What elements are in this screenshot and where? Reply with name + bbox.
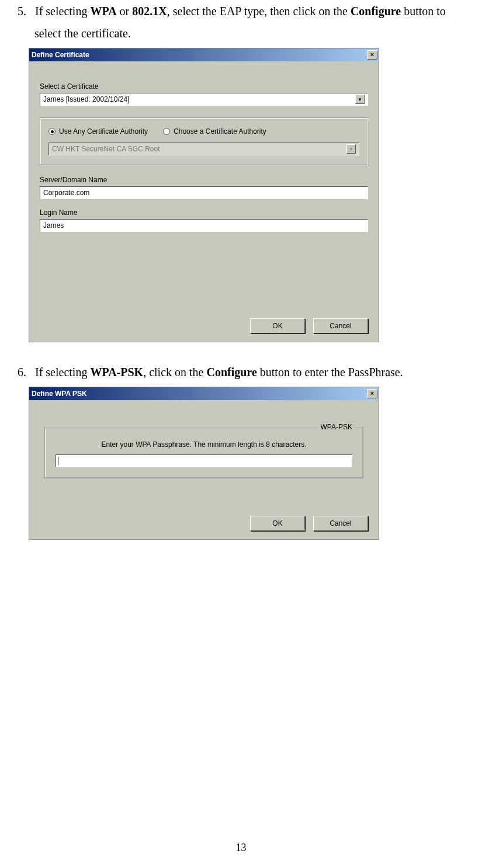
ca-groupbox: Use Any Certificate Authority Choose a C…	[40, 117, 368, 165]
login-value: James	[43, 221, 64, 230]
step5-wpa: WPA	[90, 5, 116, 18]
step5-or: or	[117, 5, 133, 18]
dialog-body: WPA-PSK Enter your WPA Passphrase. The m…	[29, 400, 379, 539]
radio2-label: Choose a Certificate Authority	[174, 127, 266, 136]
server-value: Corporate.com	[43, 189, 89, 197]
cancel-button[interactable]: Cancel	[313, 318, 368, 334]
close-button[interactable]: ×	[367, 389, 377, 398]
server-input[interactable]: Corporate.com	[40, 186, 368, 199]
page-number: 13	[0, 842, 482, 854]
chevron-down-icon[interactable]: ▼	[355, 95, 365, 104]
radio-circle-icon	[48, 128, 56, 135]
button-row: OK Cancel	[40, 318, 368, 334]
select-cert-dropdown[interactable]: James [Issued: 2002/10/24] ▼	[40, 93, 368, 106]
select-cert-label: Select a Certificate	[40, 82, 368, 91]
button-row: OK Cancel	[40, 516, 368, 531]
titlebar-text: Define Certificate	[32, 51, 89, 59]
titlebar-text: Define WPA PSK	[32, 390, 87, 398]
psk-groupbox: WPA-PSK Enter your WPA Passphrase. The m…	[44, 427, 363, 478]
text-cursor-icon	[58, 457, 58, 465]
step5-dot1x: 802.1X	[132, 5, 167, 18]
titlebar: Define Certificate ×	[29, 48, 379, 61]
step5-configure: Configure	[351, 5, 401, 18]
define-certificate-dialog: Define Certificate × Select a Certificat…	[29, 48, 379, 342]
close-button[interactable]: ×	[367, 50, 377, 60]
psk-legend: WPA-PSK	[317, 423, 356, 431]
ok-button[interactable]: OK	[250, 516, 305, 531]
radio-circle-icon	[163, 128, 170, 135]
titlebar: Define WPA PSK ×	[29, 387, 379, 400]
step6-post: button to enter the PassPhrase.	[257, 366, 403, 379]
step6-mid: , click on the	[143, 366, 206, 379]
ca-radio-row: Use Any Certificate Authority Choose a C…	[48, 127, 359, 136]
ca-value: CW HKT SecureNet CA SGC Root	[52, 145, 160, 153]
dialog-body: Select a Certificate James [Issued: 2002…	[29, 61, 379, 342]
step5-text: 5. If selecting WPA or 802.1X, select th…	[29, 0, 470, 44]
radio1-label: Use Any Certificate Authority	[59, 127, 148, 136]
cancel-button[interactable]: Cancel	[313, 516, 368, 531]
step6-wpapsk: WPA-PSK	[90, 366, 143, 379]
step5-num: 5.	[18, 5, 26, 18]
login-input[interactable]: James	[40, 219, 368, 232]
ok-button[interactable]: OK	[250, 318, 305, 334]
psk-instruction: Enter your WPA Passphrase. The minimum l…	[56, 440, 352, 449]
login-label: Login Name	[40, 209, 368, 217]
step5-mid: , select the EAP type, then click on the	[167, 5, 351, 18]
server-label: Server/Domain Name	[40, 176, 368, 184]
step6-pre: If selecting	[35, 366, 90, 379]
define-wpa-psk-dialog: Define WPA PSK × WPA-PSK Enter your WPA …	[29, 387, 379, 540]
radio-use-any[interactable]: Use Any Certificate Authority	[48, 127, 148, 136]
step6-num: 6.	[18, 366, 26, 379]
ca-dropdown: CW HKT SecureNet CA SGC Root ▼	[48, 143, 359, 155]
step5-pre: If selecting	[35, 5, 90, 18]
step6-text: 6. If selecting WPA-PSK, click on the Co…	[29, 361, 470, 383]
chevron-down-icon: ▼	[346, 144, 356, 154]
psk-input[interactable]	[56, 454, 352, 467]
step6-configure: Configure	[206, 366, 256, 379]
select-cert-value: James [Issued: 2002/10/24]	[43, 95, 129, 103]
radio-choose-ca[interactable]: Choose a Certificate Authority	[163, 127, 266, 136]
